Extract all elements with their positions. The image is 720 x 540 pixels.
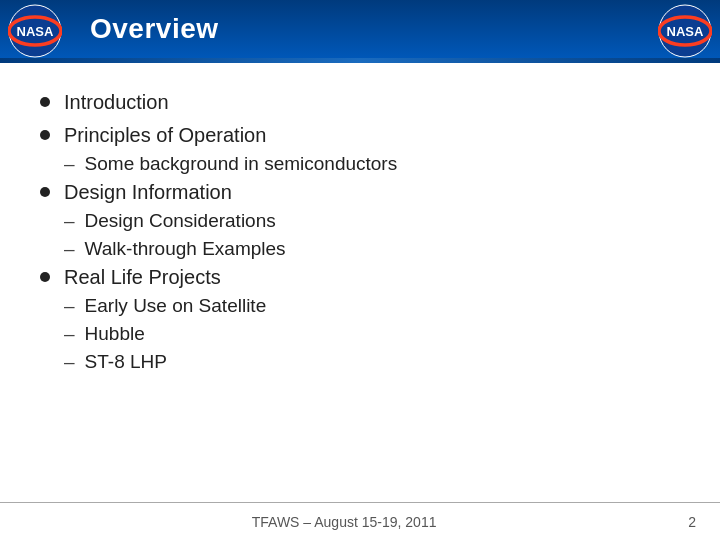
nasa-logo-left: NASA — [8, 4, 58, 54]
bullet-design: Design Information – Design Consideratio… — [40, 181, 680, 260]
sub-walkthrough-label: Walk-through Examples — [85, 238, 286, 260]
sub-item-hubble: – Hubble — [64, 323, 680, 345]
bullet-design-label: Design Information — [64, 181, 232, 204]
sub-item-design-considerations: – Design Considerations — [64, 210, 680, 232]
sub-list-principles: – Some background in semiconductors — [64, 153, 680, 175]
svg-text:NASA: NASA — [17, 24, 54, 39]
sub-item-semiconductors: – Some background in semiconductors — [64, 153, 680, 175]
sub-semiconductors-label: Some background in semiconductors — [85, 153, 398, 175]
bullet-dot-4 — [40, 272, 50, 282]
footer-text: TFAWS – August 15-19, 2011 — [0, 514, 688, 530]
sub-hubble-label: Hubble — [85, 323, 145, 345]
svg-text:NASA: NASA — [667, 24, 704, 39]
bullet-reallife-label: Real Life Projects — [64, 266, 221, 289]
sub-dash-4: – — [64, 295, 75, 317]
bullet-real-life: Real Life Projects – Early Use on Satell… — [40, 266, 680, 373]
sub-dash-3: – — [64, 238, 75, 260]
slide-header: NASA Overview NASA — [0, 0, 720, 58]
slide-title: Overview — [90, 13, 219, 45]
main-bullet-list: Introduction Principles of Operation – S… — [40, 91, 680, 373]
bullet-principles-label: Principles of Operation — [64, 124, 266, 147]
sub-dash-6: – — [64, 351, 75, 373]
sub-design-considerations-label: Design Considerations — [85, 210, 276, 232]
sub-dash-1: – — [64, 153, 75, 175]
sub-dash-2: – — [64, 210, 75, 232]
sub-item-st8lhp: – ST-8 LHP — [64, 351, 680, 373]
bullet-introduction: Introduction — [40, 91, 680, 114]
footer-page-number: 2 — [688, 514, 720, 530]
slide-footer: TFAWS – August 15-19, 2011 2 — [0, 502, 720, 540]
bullet-dot-3 — [40, 187, 50, 197]
nasa-logo-right: NASA — [658, 4, 712, 54]
bullet-introduction-label: Introduction — [64, 91, 169, 114]
sub-st8lhp-label: ST-8 LHP — [85, 351, 167, 373]
bullet-principles: Principles of Operation – Some backgroun… — [40, 124, 680, 175]
slide-content: Introduction Principles of Operation – S… — [0, 63, 720, 399]
bullet-dot-1 — [40, 97, 50, 107]
sub-dash-5: – — [64, 323, 75, 345]
sub-satellite-label: Early Use on Satellite — [85, 295, 267, 317]
sub-list-reallife: – Early Use on Satellite – Hubble – ST-8… — [64, 295, 680, 373]
bullet-dot-2 — [40, 130, 50, 140]
sub-item-satellite: – Early Use on Satellite — [64, 295, 680, 317]
sub-list-design: – Design Considerations – Walk-through E… — [64, 210, 680, 260]
sub-item-walkthrough: – Walk-through Examples — [64, 238, 680, 260]
